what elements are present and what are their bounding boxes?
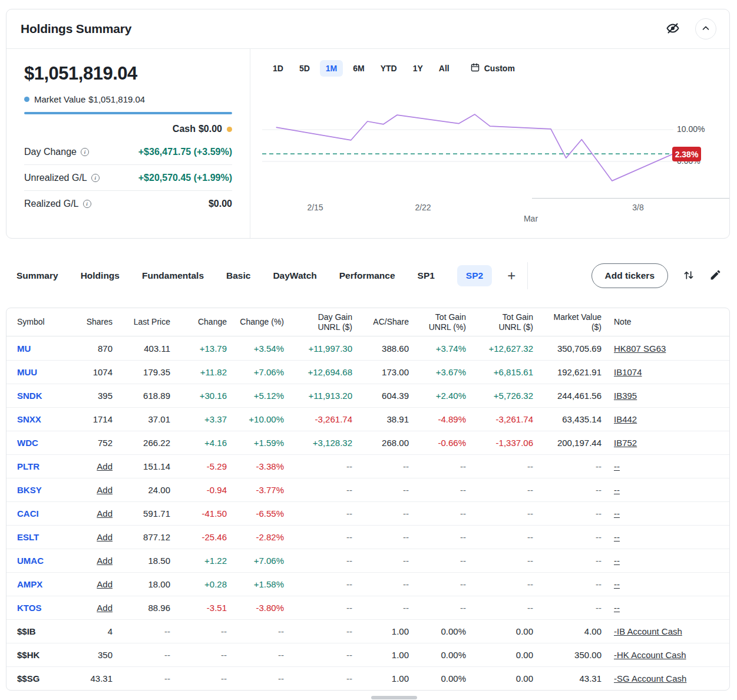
cell-change-pct: --: [232, 643, 289, 666]
range-tab-1d[interactable]: 1D: [267, 60, 289, 77]
add-shares-link[interactable]: Add: [97, 509, 113, 519]
column-header-symbol[interactable]: Symbol: [6, 308, 76, 336]
note-link[interactable]: IB752: [614, 438, 637, 448]
note-link[interactable]: IB1074: [614, 367, 642, 377]
note-link[interactable]: --: [614, 532, 620, 542]
cell-note[interactable]: -IB Account Cash: [606, 619, 730, 643]
info-icon[interactable]: i: [91, 174, 100, 182]
cell-shares[interactable]: Add: [76, 501, 117, 525]
hide-values-button[interactable]: [666, 21, 680, 37]
column-header-market-value[interactable]: Market Value ($): [538, 308, 606, 336]
range-tab-ytd[interactable]: YTD: [375, 60, 403, 77]
note-link[interactable]: --: [614, 509, 620, 519]
horizontal-scrollbar-thumb[interactable]: [371, 696, 417, 699]
range-tab-5d[interactable]: 5D: [293, 60, 316, 77]
tab-sp1[interactable]: SP1: [418, 265, 435, 286]
cell-symbol[interactable]: ESLT: [6, 525, 76, 549]
column-header-shares[interactable]: Shares: [76, 308, 117, 336]
note-link[interactable]: -IB Account Cash: [614, 626, 682, 636]
tab-holdings[interactable]: Holdings: [81, 265, 120, 286]
column-header-change[interactable]: Change: [175, 308, 232, 336]
cell-note[interactable]: IB1074: [606, 360, 730, 384]
cell-symbol[interactable]: CACI: [6, 501, 76, 525]
cell-shares[interactable]: Add: [76, 525, 117, 549]
collapse-card-button[interactable]: [695, 18, 716, 39]
column-header-change-pct[interactable]: Change (%): [232, 308, 289, 336]
note-link[interactable]: --: [614, 556, 620, 566]
info-icon[interactable]: i: [81, 148, 89, 156]
cell-note[interactable]: --: [606, 525, 730, 549]
cell-note[interactable]: --: [606, 454, 730, 478]
range-tab-all[interactable]: All: [433, 60, 455, 77]
cell-note[interactable]: -HK Account Cash: [606, 643, 730, 666]
add-shares-link[interactable]: Add: [97, 603, 113, 613]
cell-shares[interactable]: Add: [76, 596, 117, 619]
note-link[interactable]: IB442: [614, 414, 637, 424]
note-link[interactable]: --: [614, 485, 620, 495]
cell-shares[interactable]: Add: [76, 549, 117, 572]
tab-daywatch[interactable]: DayWatch: [273, 265, 316, 286]
add-tickers-button[interactable]: Add tickers: [591, 263, 668, 288]
sort-button[interactable]: [682, 269, 695, 283]
column-header-note[interactable]: Note: [606, 308, 730, 336]
cell-symbol[interactable]: AMPX: [6, 572, 76, 596]
cell-symbol[interactable]: MUU: [6, 360, 76, 384]
cell-note[interactable]: --: [606, 572, 730, 596]
column-header-tot-gain-unrl-pct[interactable]: Tot Gain UNRL (%): [414, 308, 471, 336]
cell-shares[interactable]: Add: [76, 454, 117, 478]
cell-symbol[interactable]: UMAC: [6, 549, 76, 572]
cell-note[interactable]: HK807 SG63: [606, 336, 730, 360]
cell-symbol[interactable]: MU: [6, 336, 76, 360]
holdings-table-container: SymbolSharesLast PriceChangeChange (%)Da…: [6, 308, 730, 691]
note-link[interactable]: --: [614, 579, 620, 589]
note-link[interactable]: HK807 SG63: [614, 344, 666, 354]
add-view-button[interactable]: +: [507, 270, 515, 282]
tab-fundamentals[interactable]: Fundamentals: [142, 265, 204, 286]
info-icon[interactable]: i: [83, 200, 91, 208]
note-link[interactable]: --: [614, 461, 620, 471]
sort-arrows-icon: [682, 269, 695, 283]
cell-symbol[interactable]: PLTR: [6, 454, 76, 478]
range-tab-6m[interactable]: 6M: [347, 60, 370, 77]
range-tab-1m[interactable]: 1M: [320, 60, 343, 77]
cell-shares[interactable]: Add: [76, 478, 117, 501]
note-link[interactable]: IB395: [614, 391, 637, 401]
cell-shares[interactable]: Add: [76, 572, 117, 596]
column-header-day-gain-unrl[interactable]: Day Gain UNRL ($): [289, 308, 357, 336]
edit-button[interactable]: [709, 269, 722, 283]
cell-symbol[interactable]: SNDK: [6, 384, 76, 407]
note-link[interactable]: -SG Account Cash: [614, 673, 686, 684]
add-shares-link[interactable]: Add: [97, 485, 113, 495]
column-header-tot-gain-unrl[interactable]: Tot Gain UNRL ($): [471, 308, 538, 336]
cell-note[interactable]: --: [606, 596, 730, 619]
tab-basic[interactable]: Basic: [226, 265, 250, 286]
cell-note[interactable]: --: [606, 478, 730, 501]
range-tab-1y[interactable]: 1Y: [407, 60, 429, 77]
custom-range-button[interactable]: Custom: [464, 59, 521, 78]
tab-summary[interactable]: Summary: [16, 265, 58, 286]
add-shares-link[interactable]: Add: [97, 461, 113, 471]
table-row-snxx: SNXX171437.01+3.37+10.00%-3,261.7438.91-…: [6, 407, 730, 431]
add-shares-link[interactable]: Add: [97, 532, 113, 542]
performance-chart[interactable]: 10.00%0.00% 2.38% 2/152/223/8 Mar: [262, 90, 729, 237]
cell-note[interactable]: IB442: [606, 407, 730, 431]
cell-note[interactable]: --: [606, 501, 730, 525]
tab-performance[interactable]: Performance: [339, 265, 395, 286]
cell-change: +4.16: [175, 431, 232, 454]
cell-shares: 752: [76, 431, 117, 454]
tab-sp2[interactable]: SP2: [457, 265, 492, 286]
add-shares-link[interactable]: Add: [97, 579, 113, 589]
cell-note[interactable]: --: [606, 549, 730, 572]
cell-note[interactable]: -SG Account Cash: [606, 666, 730, 690]
note-link[interactable]: -HK Account Cash: [614, 650, 686, 660]
column-header-last-price[interactable]: Last Price: [117, 308, 175, 336]
cell-symbol[interactable]: SNXX: [6, 407, 76, 431]
column-header-ac-share[interactable]: AC/Share: [357, 308, 414, 336]
cell-note[interactable]: IB395: [606, 384, 730, 407]
cell-symbol[interactable]: WDC: [6, 431, 76, 454]
cell-symbol[interactable]: BKSY: [6, 478, 76, 501]
add-shares-link[interactable]: Add: [97, 556, 113, 566]
cell-note[interactable]: IB752: [606, 431, 730, 454]
note-link[interactable]: --: [614, 603, 620, 613]
cell-symbol[interactable]: KTOS: [6, 596, 76, 619]
